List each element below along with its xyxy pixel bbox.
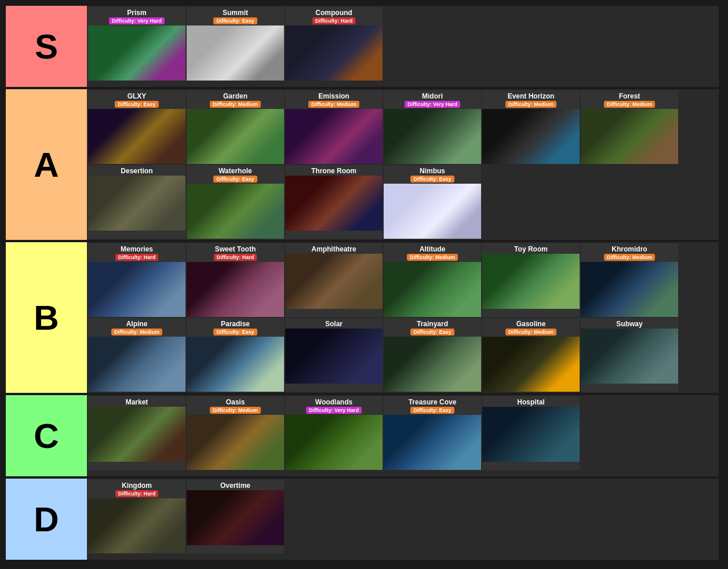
map-thumbnail (187, 337, 284, 392)
map-card[interactable]: WaterholeDifficulty: Easy (187, 165, 284, 239)
map-name: Treasure Cove (384, 396, 481, 407)
map-card[interactable]: Treasure CoveDifficulty: Easy (384, 396, 481, 470)
tier-items-c: MarketOasisDifficulty: MediumWoodlandsDi… (87, 395, 719, 476)
map-card[interactable]: Hospital (482, 396, 580, 470)
map-card[interactable]: GLXYDifficulty: Easy (88, 90, 185, 164)
map-thumbnail (88, 262, 185, 317)
map-card[interactable]: SummitDifficulty: Easy (187, 7, 284, 81)
map-difficulty-badge: Difficulty: Very Hard (306, 407, 362, 414)
map-thumbnail (187, 109, 284, 164)
map-thumbnail (88, 337, 185, 392)
map-card[interactable]: KingdomDifficulty: Hard (88, 480, 185, 553)
map-name: Overtime (187, 480, 284, 490)
map-difficulty-badge: Difficulty: Medium (505, 101, 556, 108)
map-thumbnail-inner (88, 109, 185, 164)
map-thumbnail-inner (384, 262, 481, 317)
map-thumbnail (88, 176, 185, 231)
map-thumbnail (88, 407, 185, 462)
map-thumbnail (88, 109, 185, 164)
map-thumbnail (581, 109, 678, 164)
map-name: Memories (88, 243, 185, 254)
map-thumbnail-inner (482, 337, 580, 392)
map-thumbnail-inner (88, 176, 185, 231)
map-thumbnail-inner (384, 184, 481, 239)
map-thumbnail-inner (187, 262, 284, 317)
map-name: Woodlands (285, 396, 383, 407)
map-difficulty-badge: Difficulty: Easy (410, 176, 454, 183)
map-card[interactable]: MidoriDifficulty: Very Hard (384, 90, 481, 164)
map-thumbnail-inner (88, 407, 185, 462)
map-difficulty-badge: Difficulty: Medium (407, 254, 458, 261)
map-card[interactable]: Throne Room (285, 165, 383, 239)
map-card[interactable]: CompoundDifficulty: Hard (285, 7, 383, 81)
map-thumbnail (88, 25, 185, 81)
map-thumbnail (384, 337, 481, 392)
tier-label-a: A (6, 89, 87, 240)
map-difficulty-badge: Difficulty: Medium (505, 329, 556, 335)
tier-row-d: DKingdomDifficulty: HardOvertime (6, 479, 719, 560)
map-card[interactable]: AlpineDifficulty: Medium (88, 318, 185, 392)
tier-row-b: BMemoriesDifficulty: HardSweet ToothDiff… (6, 242, 719, 393)
map-card[interactable]: GardenDifficulty: Medium (187, 90, 284, 164)
map-thumbnail (384, 184, 481, 239)
map-thumbnail-inner (285, 109, 383, 164)
map-thumbnail (187, 262, 284, 317)
map-card[interactable]: Sweet ToothDifficulty: Hard (187, 243, 284, 317)
map-card[interactable]: EmissionDifficulty: Medium (285, 90, 383, 164)
map-thumbnail (482, 337, 580, 392)
map-thumbnail-inner (285, 25, 383, 81)
map-card[interactable]: ForestDifficulty: Medium (581, 90, 678, 164)
map-card[interactable]: PrismDifficulty: Very Hard (88, 7, 185, 81)
map-card[interactable]: Toy Room (482, 243, 580, 317)
map-thumbnail-inner (187, 109, 284, 164)
map-thumbnail (285, 176, 383, 231)
map-card[interactable]: Overtime (187, 480, 284, 553)
map-card[interactable]: Solar (285, 318, 383, 392)
map-card[interactable]: KhromidroDifficulty: Medium (581, 243, 678, 317)
map-difficulty-badge: Difficulty: Easy (410, 329, 454, 335)
map-thumbnail (285, 415, 383, 470)
map-name: Hospital (482, 396, 580, 407)
map-difficulty-badge: Difficulty: Medium (604, 101, 655, 108)
map-card[interactable]: Amphitheatre (285, 243, 383, 317)
map-name: Sweet Tooth (187, 243, 284, 254)
map-name: Event Horizon (482, 90, 580, 101)
map-difficulty-badge: Difficulty: Hard (115, 490, 159, 497)
tier-items-d: KingdomDifficulty: HardOvertime (87, 479, 719, 560)
map-difficulty-badge: Difficulty: Easy (115, 101, 158, 108)
map-card[interactable]: MemoriesDifficulty: Hard (88, 243, 185, 317)
map-card[interactable]: AltitudeDifficulty: Medium (384, 243, 481, 317)
map-thumbnail (285, 254, 383, 309)
map-card[interactable]: TrainyardDifficulty: Easy (384, 318, 481, 392)
map-name: Summit (187, 7, 284, 17)
map-card[interactable]: GasolineDifficulty: Medium (482, 318, 580, 392)
map-thumbnail-inner (482, 407, 580, 462)
tier-items-s: PrismDifficulty: Very HardSummitDifficul… (87, 6, 719, 87)
map-card[interactable]: Market (88, 396, 185, 470)
map-card[interactable]: NimbusDifficulty: Easy (384, 165, 481, 239)
map-card[interactable]: ParadiseDifficulty: Easy (187, 318, 284, 392)
map-card[interactable]: OasisDifficulty: Medium (187, 396, 284, 470)
map-name: Khromidro (581, 243, 678, 254)
map-thumbnail (88, 498, 185, 553)
map-thumbnail (482, 407, 580, 462)
map-thumbnail (581, 329, 678, 384)
map-name: Paradise (187, 318, 284, 329)
map-difficulty-badge: Difficulty: Very Hard (405, 101, 460, 108)
tier-list: SPrismDifficulty: Very HardSummitDifficu… (6, 6, 719, 560)
map-thumbnail (187, 415, 284, 470)
map-thumbnail-inner (482, 254, 580, 309)
map-thumbnail-inner (88, 25, 185, 81)
map-card[interactable]: Subway (581, 318, 678, 392)
map-thumbnail (285, 25, 383, 81)
map-thumbnail (384, 262, 481, 317)
map-thumbnail-inner (384, 337, 481, 392)
map-thumbnail-inner (88, 498, 185, 553)
map-name: Alpine (88, 318, 185, 329)
map-thumbnail (285, 329, 383, 384)
tier-row-c: CMarketOasisDifficulty: MediumWoodlandsD… (6, 395, 719, 476)
map-card[interactable]: WoodlandsDifficulty: Very Hard (285, 396, 383, 470)
map-thumbnail (384, 109, 481, 164)
map-card[interactable]: Event HorizonDifficulty: Medium (482, 90, 580, 164)
map-card[interactable]: Desertion (88, 165, 185, 239)
